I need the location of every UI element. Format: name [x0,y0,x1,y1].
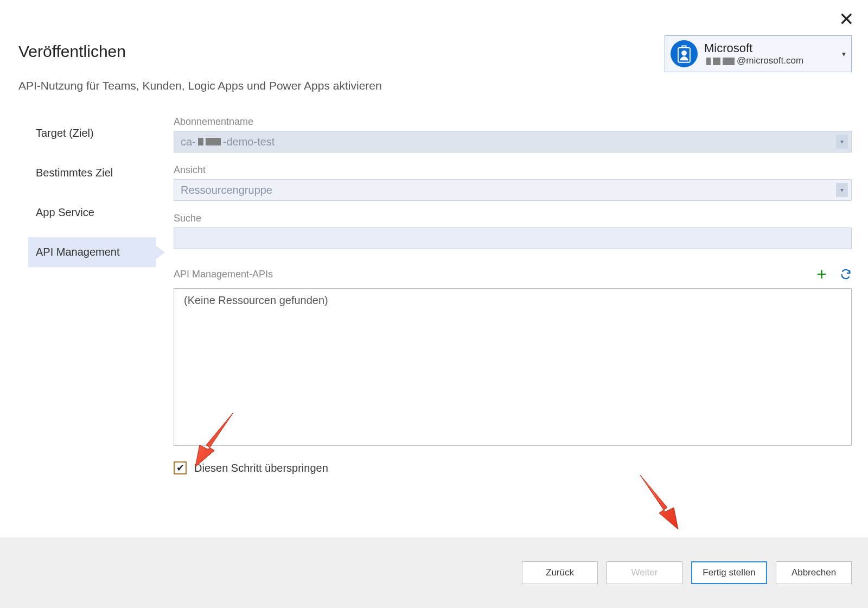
footer: Zurück Weiter Fertig stellen Abbrechen [0,537,868,608]
api-list[interactable]: (Keine Ressourcen gefunden) [174,288,852,446]
skip-step-row: ✔ Diesen Schritt überspringen [174,461,328,474]
tab-app-service[interactable]: App Service [28,198,156,227]
chevron-down-icon: ▾ [836,183,848,197]
skip-step-label: Diesen Schritt überspringen [194,462,328,474]
badge-icon [671,40,698,67]
finish-button[interactable]: Fertig stellen [691,561,767,584]
subscription-value-suffix: -demo-test [223,136,275,148]
add-icon[interactable]: + [816,265,827,283]
view-value: Ressourcengruppe [181,184,272,197]
annotation-arrow-icon [629,470,689,535]
api-list-empty-text: (Keine Ressourcen gefunden) [184,294,328,306]
tab-api-management[interactable]: API Management [28,237,156,267]
subscription-select[interactable]: ca- -demo-test ▾ [174,131,852,153]
subscription-value-prefix: ca- [181,136,196,148]
cancel-button[interactable]: Abbrechen [776,561,852,584]
wizard-steps: Target (Ziel) Bestimmtes Ziel App Servic… [28,118,156,267]
next-button: Weiter [607,561,682,584]
view-select[interactable]: Ressourcengruppe ▾ [174,179,852,201]
tab-target[interactable]: Target (Ziel) [28,118,156,148]
account-text: Microsoft @microsoft.com [704,41,839,67]
redacted-subscription-part [198,138,221,145]
page-subtitle: API-Nutzung für Teams, Kunden, Logic App… [18,79,382,92]
redacted-email-prefix [706,58,735,65]
svg-point-1 [682,51,686,55]
search-input[interactable] [174,227,852,249]
skip-step-checkbox[interactable]: ✔ [174,461,187,474]
page-title: Veröffentlichen [18,42,126,61]
form-area: Abonnementname ca- -demo-test ▾ Ansicht … [174,116,852,446]
refresh-icon[interactable] [840,268,852,280]
tab-specific-target[interactable]: Bestimmtes Ziel [28,158,156,188]
view-label: Ansicht [174,164,852,176]
account-email: @microsoft.com [704,55,839,66]
chevron-down-icon: ▾ [842,49,846,58]
account-name: Microsoft [704,41,839,55]
account-selector[interactable]: Microsoft @microsoft.com ▾ [665,35,852,72]
search-label: Suche [174,213,852,224]
chevron-down-icon: ▾ [836,135,848,149]
api-list-label: API Management-APIs [174,269,273,280]
back-button[interactable]: Zurück [522,561,598,584]
close-icon[interactable]: ✕ [839,10,854,28]
subscription-label: Abonnementname [174,116,852,128]
